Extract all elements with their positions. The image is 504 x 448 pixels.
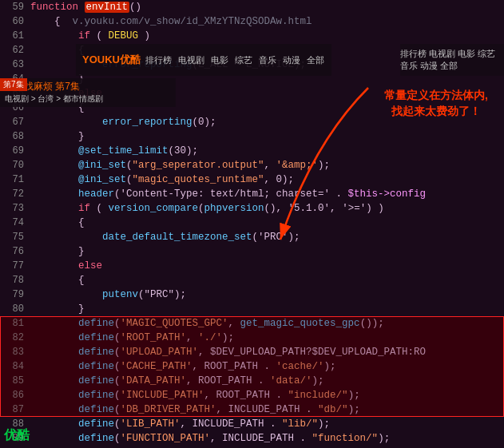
line-text: error_reporting(0);	[30, 115, 216, 129]
line-number: 69	[0, 144, 30, 158]
code-line: 85 define('DATA_PATH', ROOT_PATH . 'data…	[0, 374, 504, 388]
code-line: 88 define('LIB_PATH', INCLUDE_PATH . "li…	[0, 417, 504, 431]
episode-badge: 第7集	[0, 78, 27, 91]
line-number: 80	[0, 302, 30, 316]
line-text: if ( version_compare(phpversion(), '5.1.…	[30, 201, 384, 216]
code-line: 87 define('DB_DRIVER_PATH', INCLUDE_PATH…	[0, 402, 504, 417]
line-number: 78	[0, 273, 30, 287]
line-text: date_default_timezone_set('PRC');	[30, 230, 300, 244]
code-line: 80 }	[0, 302, 504, 316]
line-number: 61	[0, 29, 30, 43]
line-number: 67	[0, 115, 30, 129]
annotation-text: 常量定义在方法体内, 找起来太费劲了！	[384, 88, 488, 119]
code-line: 59function envInit()	[0, 0, 504, 14]
code-line: 72 header('Content-Type: text/html; char…	[0, 187, 504, 201]
line-number: 79	[0, 287, 30, 302]
tv-show-title: 真爱找麻烦 第7集	[5, 80, 171, 93]
line-text: {	[30, 216, 85, 230]
line-number: 84	[0, 359, 30, 374]
line-text: define('INCLUDE_PATH', ROOT_PATH . "incl…	[30, 388, 360, 402]
code-line: 84 define('CACHE_PATH', ROOT_PATH . 'cac…	[0, 359, 504, 374]
code-line: 69 @set_time_limit(30);	[0, 144, 504, 158]
line-text: define('LIB_PATH', INCLUDE_PATH . "lib/"…	[30, 417, 330, 431]
youku-banner-overlay: YOUKU优酷 排行榜 电视剧 电影 综艺 音乐 动漫 全部	[76, 44, 331, 76]
line-text: if ( DEBUG )	[30, 29, 150, 43]
code-line: 83 define('UPLOAD_PATH', $DEV_UPLOAD_PAT…	[0, 345, 504, 359]
line-number: 74	[0, 216, 30, 230]
line-text: @ini_set("magic_quotes_runtime", 0);	[30, 172, 294, 187]
line-number: 81	[0, 316, 30, 331]
line-text: define('DB_DRIVER_PATH', INCLUDE_PATH . …	[30, 402, 360, 417]
code-line: 76 }	[0, 244, 504, 259]
line-number: 77	[0, 259, 30, 273]
line-text: { v.youku.com/v_show/id_XMzYTNzQSODAw.ht…	[30, 14, 312, 29]
line-text: define('UPLOAD_PATH', $DEV_UPLOAD_PATH?$…	[30, 345, 426, 359]
code-line: 89 define('FUNCTION_PATH', INCLUDE_PATH …	[0, 431, 504, 446]
line-number: 70	[0, 158, 30, 172]
line-number: 73	[0, 201, 30, 216]
code-line: 70 @ini_set("arg_seperator.output", '&am…	[0, 158, 504, 172]
line-text: @set_time_limit(30);	[30, 144, 198, 158]
line-number: 72	[0, 187, 30, 201]
line-number: 60	[0, 14, 30, 29]
code-line: 82 define('ROOT_PATH', './');	[0, 331, 504, 345]
code-line: 68 }	[0, 129, 504, 144]
line-text: }	[30, 244, 85, 259]
line-text: define('MAGIC_QUOTES_GPC', get_magic_quo…	[30, 316, 384, 331]
iqiyi-logo-overlay: 优酷	[4, 427, 30, 444]
line-text: else	[30, 259, 102, 273]
line-number: 76	[0, 244, 30, 259]
youku-menu: 排行榜 电视剧 电影 综艺 音乐 动漫 全部	[145, 54, 324, 66]
line-text: {	[30, 273, 85, 287]
code-line: 81 define('MAGIC_QUOTES_GPC', get_magic_…	[0, 316, 504, 331]
code-line: 86 define('INCLUDE_PATH', ROOT_PATH . "i…	[0, 388, 504, 402]
code-editor: 59function envInit()60 { v.youku.com/v_s…	[0, 0, 504, 448]
line-text: header('Content-Type: text/html; charset…	[30, 187, 426, 201]
code-line: 60 { v.youku.com/v_show/id_XMzYTNzQSODAw…	[0, 14, 504, 29]
code-line: 71 @ini_set("magic_quotes_runtime", 0);	[0, 172, 504, 187]
line-number: 87	[0, 402, 30, 417]
line-number: 59	[0, 0, 30, 14]
line-text: function envInit()	[30, 0, 141, 14]
right-banner-overlay: 排行榜 电视剧 电影 综艺 音乐 动漫 全部	[400, 44, 504, 76]
line-text: define('FUNCTION_PATH', INCLUDE_PATH . "…	[30, 431, 390, 446]
line-number: 71	[0, 172, 30, 187]
code-line: 77 else	[0, 259, 504, 273]
tv-show-subtitle: 电视剧 > 台湾 > 都市情感剧	[5, 93, 171, 105]
line-number: 86	[0, 388, 30, 402]
line-number: 75	[0, 230, 30, 244]
line-text: define('DATA_PATH', ROOT_PATH . 'data/')…	[30, 374, 324, 388]
line-text: }	[30, 129, 85, 144]
line-number: 62	[0, 43, 30, 57]
line-number: 85	[0, 374, 30, 388]
line-text: define('CACHE_PATH', ROOT_PATH . 'cache/…	[30, 359, 336, 374]
line-number: 83	[0, 345, 30, 359]
line-text: }	[30, 302, 85, 316]
line-text: @ini_set("arg_seperator.output", '&amp;'…	[30, 158, 330, 172]
line-number: 68	[0, 129, 30, 144]
code-line: 73 if ( version_compare(phpversion(), '5…	[0, 201, 504, 216]
code-line: 61 if ( DEBUG )	[0, 29, 504, 43]
line-number: 63	[0, 57, 30, 72]
code-line: 75 date_default_timezone_set('PRC');	[0, 230, 504, 244]
code-line: 78 {	[0, 273, 504, 287]
line-text: putenv("PRC");	[30, 287, 186, 302]
line-number: 82	[0, 331, 30, 345]
youku-logo: YOUKU优酷	[82, 53, 141, 67]
line-text: define('ROOT_PATH', './');	[30, 331, 234, 345]
code-line: 79 putenv("PRC");	[0, 287, 504, 302]
code-line: 74 {	[0, 216, 504, 230]
